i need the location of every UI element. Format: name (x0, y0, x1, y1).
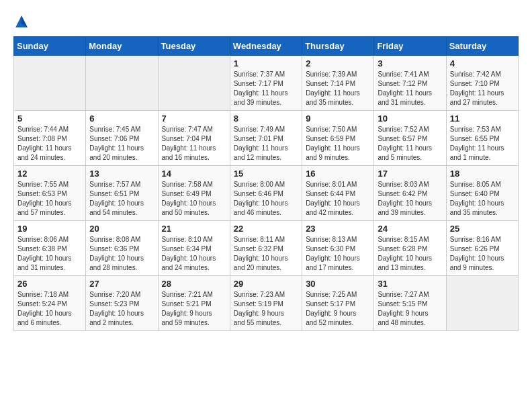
calendar-cell: 12Sunrise: 7:55 AM Sunset: 6:53 PM Dayli… (14, 166, 86, 221)
day-number: 23 (306, 224, 370, 234)
day-info: Sunrise: 7:20 AM Sunset: 5:23 PM Dayligh… (89, 290, 154, 328)
calendar-week-row: 26Sunrise: 7:18 AM Sunset: 5:24 PM Dayli… (14, 276, 519, 331)
calendar-cell (14, 56, 86, 111)
calendar-cell: 13Sunrise: 7:57 AM Sunset: 6:51 PM Dayli… (86, 166, 158, 221)
day-of-week-header: Tuesday (158, 37, 230, 56)
day-info: Sunrise: 7:58 AM Sunset: 6:49 PM Dayligh… (162, 180, 226, 218)
day-number: 11 (450, 113, 515, 124)
day-number: 15 (234, 169, 298, 179)
day-of-week-header: Friday (374, 37, 446, 56)
calendar-cell: 10Sunrise: 7:52 AM Sunset: 6:57 PM Dayli… (374, 111, 446, 166)
calendar-cell: 23Sunrise: 8:13 AM Sunset: 6:30 PM Dayli… (302, 221, 374, 276)
day-number: 31 (378, 279, 442, 289)
day-info: Sunrise: 8:05 AM Sunset: 6:40 PM Dayligh… (450, 180, 515, 218)
day-info: Sunrise: 7:18 AM Sunset: 5:24 PM Dayligh… (17, 290, 82, 328)
day-info: Sunrise: 7:45 AM Sunset: 7:06 PM Dayligh… (89, 125, 154, 163)
calendar-cell: 5Sunrise: 7:44 AM Sunset: 7:08 PM Daylig… (14, 111, 86, 166)
day-info: Sunrise: 7:25 AM Sunset: 5:17 PM Dayligh… (306, 290, 370, 328)
day-info: Sunrise: 7:47 AM Sunset: 7:04 PM Dayligh… (162, 125, 226, 163)
day-info: Sunrise: 7:23 AM Sunset: 5:19 PM Dayligh… (234, 290, 298, 328)
day-number: 30 (306, 279, 370, 289)
logo (13, 13, 32, 30)
day-info: Sunrise: 8:03 AM Sunset: 6:42 PM Dayligh… (378, 180, 442, 218)
day-number: 28 (162, 279, 226, 289)
day-number: 16 (306, 169, 370, 179)
day-info: Sunrise: 7:37 AM Sunset: 7:17 PM Dayligh… (234, 70, 298, 107)
day-info: Sunrise: 8:15 AM Sunset: 6:28 PM Dayligh… (378, 235, 442, 273)
calendar-cell: 25Sunrise: 8:16 AM Sunset: 6:26 PM Dayli… (446, 221, 518, 276)
day-info: Sunrise: 7:39 AM Sunset: 7:14 PM Dayligh… (306, 70, 370, 107)
day-number: 17 (378, 169, 442, 179)
calendar-cell: 1Sunrise: 7:37 AM Sunset: 7:17 PM Daylig… (230, 56, 302, 111)
logo-icon (13, 13, 30, 30)
day-number: 7 (162, 113, 226, 124)
day-number: 12 (17, 169, 82, 179)
day-of-week-header: Monday (86, 37, 158, 56)
day-info: Sunrise: 8:01 AM Sunset: 6:44 PM Dayligh… (306, 180, 370, 218)
day-number: 29 (234, 279, 298, 289)
day-info: Sunrise: 8:06 AM Sunset: 6:38 PM Dayligh… (17, 235, 82, 273)
calendar-cell: 11Sunrise: 7:53 AM Sunset: 6:55 PM Dayli… (446, 111, 518, 166)
calendar-table: SundayMondayTuesdayWednesdayThursdayFrid… (13, 36, 519, 331)
calendar-cell: 24Sunrise: 8:15 AM Sunset: 6:28 PM Dayli… (374, 221, 446, 276)
calendar-cell: 4Sunrise: 7:42 AM Sunset: 7:10 PM Daylig… (446, 56, 518, 111)
calendar-cell: 26Sunrise: 7:18 AM Sunset: 5:24 PM Dayli… (14, 276, 86, 331)
day-number: 2 (306, 58, 370, 68)
day-info: Sunrise: 7:53 AM Sunset: 6:55 PM Dayligh… (450, 125, 515, 163)
day-info: Sunrise: 8:13 AM Sunset: 6:30 PM Dayligh… (306, 235, 370, 273)
day-number: 4 (450, 58, 515, 68)
calendar-cell: 9Sunrise: 7:50 AM Sunset: 6:59 PM Daylig… (302, 111, 374, 166)
day-number: 3 (378, 58, 442, 68)
calendar-cell: 22Sunrise: 8:11 AM Sunset: 6:32 PM Dayli… (230, 221, 302, 276)
day-of-week-header: Saturday (446, 37, 518, 56)
calendar-cell (86, 56, 158, 111)
calendar-header-row: SundayMondayTuesdayWednesdayThursdayFrid… (14, 37, 519, 56)
day-of-week-header: Sunday (14, 37, 86, 56)
day-number: 19 (17, 224, 82, 234)
calendar-week-row: 19Sunrise: 8:06 AM Sunset: 6:38 PM Dayli… (14, 221, 519, 276)
day-number: 25 (450, 224, 515, 234)
calendar-cell: 2Sunrise: 7:39 AM Sunset: 7:14 PM Daylig… (302, 56, 374, 111)
day-info: Sunrise: 7:42 AM Sunset: 7:10 PM Dayligh… (450, 70, 515, 107)
calendar-cell: 18Sunrise: 8:05 AM Sunset: 6:40 PM Dayli… (446, 166, 518, 221)
day-info: Sunrise: 8:00 AM Sunset: 6:46 PM Dayligh… (234, 180, 298, 218)
calendar-week-row: 5Sunrise: 7:44 AM Sunset: 7:08 PM Daylig… (14, 111, 519, 166)
day-number: 18 (450, 169, 515, 179)
day-number: 22 (234, 224, 298, 234)
day-of-week-header: Thursday (302, 37, 374, 56)
day-number: 26 (17, 279, 82, 289)
day-info: Sunrise: 7:27 AM Sunset: 5:15 PM Dayligh… (378, 290, 442, 328)
day-info: Sunrise: 7:41 AM Sunset: 7:12 PM Dayligh… (378, 70, 442, 107)
calendar-cell: 29Sunrise: 7:23 AM Sunset: 5:19 PM Dayli… (230, 276, 302, 331)
calendar-cell: 3Sunrise: 7:41 AM Sunset: 7:12 PM Daylig… (374, 56, 446, 111)
calendar-cell: 14Sunrise: 7:58 AM Sunset: 6:49 PM Dayli… (158, 166, 230, 221)
day-number: 6 (89, 113, 154, 124)
calendar-cell: 21Sunrise: 8:10 AM Sunset: 6:34 PM Dayli… (158, 221, 230, 276)
day-number: 5 (17, 113, 82, 124)
day-number: 8 (234, 113, 298, 124)
day-info: Sunrise: 7:21 AM Sunset: 5:21 PM Dayligh… (162, 290, 226, 328)
day-number: 20 (89, 224, 154, 234)
day-of-week-header: Wednesday (230, 37, 302, 56)
day-number: 1 (234, 58, 298, 68)
day-info: Sunrise: 7:55 AM Sunset: 6:53 PM Dayligh… (17, 180, 82, 218)
day-info: Sunrise: 8:16 AM Sunset: 6:26 PM Dayligh… (450, 235, 515, 273)
calendar-cell: 6Sunrise: 7:45 AM Sunset: 7:06 PM Daylig… (86, 111, 158, 166)
day-info: Sunrise: 7:50 AM Sunset: 6:59 PM Dayligh… (306, 125, 370, 163)
calendar-cell: 7Sunrise: 7:47 AM Sunset: 7:04 PM Daylig… (158, 111, 230, 166)
calendar-week-row: 1Sunrise: 7:37 AM Sunset: 7:17 PM Daylig… (14, 56, 519, 111)
calendar-cell: 16Sunrise: 8:01 AM Sunset: 6:44 PM Dayli… (302, 166, 374, 221)
calendar-cell: 28Sunrise: 7:21 AM Sunset: 5:21 PM Dayli… (158, 276, 230, 331)
day-number: 24 (378, 224, 442, 234)
calendar-cell: 17Sunrise: 8:03 AM Sunset: 6:42 PM Dayli… (374, 166, 446, 221)
calendar-cell: 15Sunrise: 8:00 AM Sunset: 6:46 PM Dayli… (230, 166, 302, 221)
day-info: Sunrise: 7:44 AM Sunset: 7:08 PM Dayligh… (17, 125, 82, 163)
calendar-week-row: 12Sunrise: 7:55 AM Sunset: 6:53 PM Dayli… (14, 166, 519, 221)
header (13, 13, 519, 30)
day-number: 10 (378, 113, 442, 124)
day-number: 13 (89, 169, 154, 179)
calendar-cell: 27Sunrise: 7:20 AM Sunset: 5:23 PM Dayli… (86, 276, 158, 331)
day-number: 14 (162, 169, 226, 179)
calendar-cell: 8Sunrise: 7:49 AM Sunset: 7:01 PM Daylig… (230, 111, 302, 166)
calendar-cell (446, 276, 518, 331)
